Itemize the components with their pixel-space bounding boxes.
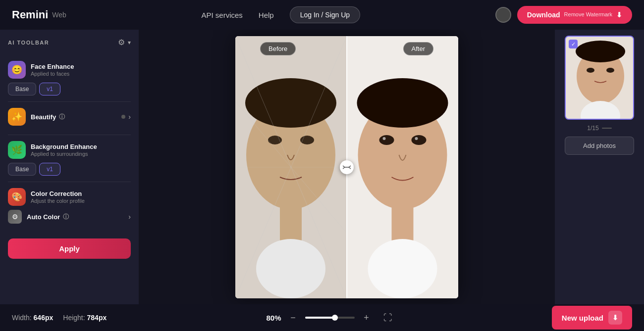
- nav-right: Download Remove Watermark ⬇: [495, 6, 632, 24]
- height-label: Height: 784px: [63, 314, 107, 322]
- svg-point-2: [268, 136, 282, 144]
- zoom-slider-thumb[interactable]: [332, 315, 338, 321]
- svg-point-17: [357, 78, 448, 128]
- bg-enhance-icon: 🌿: [8, 141, 26, 159]
- chevron-down-icon[interactable]: ▾: [128, 39, 131, 46]
- face-enhance-info: Face Enhance Applied to faces: [31, 63, 131, 77]
- dimension-info: Width: 646px Height: 784px: [12, 314, 107, 322]
- tool-header-color: 🎨 Color Correction Adjust the color prof…: [8, 188, 131, 206]
- tool-beautify: ✨ Beautify ⓘ ›: [8, 102, 131, 135]
- sidebar: AI TOOLBAR ⚙ ▾ 😊 Face Enhance Applied to…: [0, 30, 139, 304]
- svg-point-24: [606, 68, 614, 73]
- color-correction-sub: Adjust the color profile: [31, 198, 131, 204]
- tool-header-beautify: ✨ Beautify ⓘ ›: [8, 108, 131, 126]
- bg-enhance-name: Background Enhance: [31, 143, 131, 150]
- svg-point-19: [368, 239, 437, 298]
- face-enhance-base-btn[interactable]: Base: [8, 83, 36, 95]
- bg-enhance-base-btn[interactable]: Base: [8, 163, 36, 176]
- auto-color-info: Auto Color ⓘ: [27, 213, 123, 221]
- fullscreen-button[interactable]: ⛶: [383, 313, 392, 323]
- selected-thumbnail[interactable]: ✓: [565, 36, 634, 120]
- label-before: Before: [260, 42, 296, 55]
- svg-point-13: [379, 135, 394, 145]
- logo-web: Web: [52, 11, 66, 19]
- face-left: [235, 36, 347, 298]
- face-enhance-sub: Applied to faces: [31, 71, 131, 77]
- svg-rect-5: [280, 204, 302, 244]
- handle-arrows-icon: [343, 165, 351, 170]
- zoom-slider[interactable]: [305, 317, 355, 319]
- svg-point-3: [300, 136, 314, 144]
- bg-enhance-v1-btn[interactable]: v1: [39, 163, 60, 176]
- bottom-bar: Width: 646px Height: 784px 80% − + ⛶ New…: [0, 304, 644, 331]
- auto-color-actions: ›: [128, 213, 131, 221]
- download-button[interactable]: Download Remove Watermark ⬇: [517, 6, 632, 24]
- svg-point-4: [245, 78, 336, 128]
- color-correction-info: Color Correction Adjust the color profil…: [31, 190, 131, 204]
- svg-point-14: [412, 135, 427, 145]
- bg-enhance-sub: Applied to surroundings: [31, 151, 131, 157]
- beautify-icon: ✨: [8, 108, 26, 126]
- svg-rect-18: [392, 204, 414, 244]
- canvas-area: Before After: [139, 30, 555, 304]
- beautify-info-icon[interactable]: ⓘ: [59, 113, 65, 121]
- nav-help[interactable]: Help: [259, 11, 274, 19]
- face-before-svg: [235, 36, 347, 298]
- download-label: Download: [527, 11, 560, 19]
- avatar: [495, 7, 511, 23]
- face-enhance-name: Face Enhance: [31, 63, 131, 70]
- download-icon: ⬇: [616, 11, 622, 19]
- logo: Remini Web: [12, 8, 66, 21]
- label-after: After: [403, 42, 433, 55]
- apply-button[interactable]: Apply: [8, 238, 131, 259]
- beautify-arrow-icon[interactable]: ›: [128, 113, 131, 121]
- auto-color-name: Auto Color ⓘ: [27, 213, 123, 221]
- face-after-svg: [347, 36, 458, 298]
- height-value: 784px: [87, 314, 107, 322]
- auto-color-info-icon[interactable]: ⓘ: [63, 213, 69, 221]
- zoom-plus-button[interactable]: +: [360, 311, 374, 325]
- tool-color-correction: 🎨 Color Correction Adjust the color prof…: [8, 182, 131, 233]
- bg-enhance-versions: Base v1: [8, 163, 131, 176]
- face-enhance-versions: Base v1: [8, 83, 131, 95]
- download-sub-label: Remove Watermark: [564, 11, 612, 18]
- tool-face-enhance: 😊 Face Enhance Applied to faces Base v1: [8, 55, 131, 102]
- zoom-controls: 80% − + ⛶: [267, 311, 392, 325]
- svg-point-25: [576, 41, 625, 62]
- logo-remini: Remini: [12, 8, 48, 21]
- new-upload-label: New upload: [562, 314, 603, 322]
- sidebar-header-controls: ⚙ ▾: [118, 38, 131, 47]
- beautify-dot: [121, 115, 125, 119]
- add-photos-button[interactable]: Add photos: [565, 137, 634, 155]
- image-compare-container[interactable]: Before After: [235, 36, 458, 298]
- pagination: 1/15: [587, 125, 611, 132]
- right-panel: ✓ 1/15 Add photos: [555, 30, 644, 304]
- upload-icon: ⬇: [608, 311, 622, 325]
- login-button[interactable]: Log In / Sign Up: [290, 6, 360, 23]
- tool-header-face: 😊 Face Enhance Applied to faces: [8, 61, 131, 79]
- nav: API services Help Log In / Sign Up: [202, 6, 361, 23]
- sidebar-header: AI TOOLBAR ⚙ ▾: [8, 38, 131, 47]
- ai-toolbar-label: AI TOOLBAR: [8, 40, 49, 46]
- tool-header-bg: 🌿 Background Enhance Applied to surround…: [8, 141, 131, 159]
- svg-point-15: [383, 137, 386, 140]
- face-right: [347, 36, 458, 298]
- gear-icon[interactable]: ⚙: [118, 38, 125, 47]
- new-upload-button[interactable]: New upload ⬇: [552, 306, 632, 330]
- color-correction-name: Color Correction: [31, 190, 131, 197]
- svg-point-6: [256, 239, 325, 298]
- nav-api-services[interactable]: API services: [202, 11, 243, 19]
- beautify-name: Beautify ⓘ: [31, 113, 116, 121]
- face-enhance-v1-btn[interactable]: v1: [39, 83, 60, 95]
- auto-color-arrow-icon[interactable]: ›: [128, 213, 131, 221]
- beautify-info: Beautify ⓘ: [31, 113, 116, 121]
- pagination-text: 1/15: [587, 125, 598, 132]
- auto-color-icon: ⚙: [8, 210, 22, 224]
- pagination-dash: [602, 128, 612, 129]
- zoom-slider-fill: [305, 317, 335, 319]
- tool-header-autocolor: ⚙ Auto Color ⓘ ›: [8, 210, 131, 224]
- tool-bg-enhance: 🌿 Background Enhance Applied to surround…: [8, 135, 131, 182]
- compare-handle[interactable]: [340, 160, 354, 174]
- width-value: 646px: [34, 314, 54, 322]
- zoom-minus-button[interactable]: −: [286, 311, 300, 325]
